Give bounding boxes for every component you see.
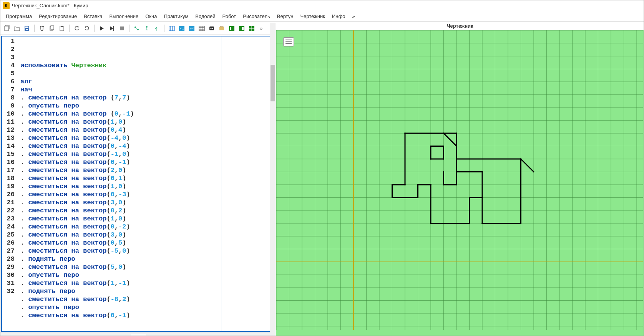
toolbar-separator — [69, 25, 70, 32]
code-line-20[interactable]: . сместиться на вектор(1,0) — [20, 215, 271, 223]
editor[interactable]: 1234567891011121314151617181920212223242… — [1, 36, 275, 332]
code-line-1[interactable]: использовать Чертежник — [20, 61, 271, 70]
svg-point-26 — [211, 28, 212, 29]
open-file-icon[interactable] — [13, 24, 21, 33]
run-icon[interactable] — [98, 24, 106, 33]
code-line-11[interactable]: . сместиться на вектор(0,-4) — [20, 142, 271, 150]
code-line-17[interactable]: . сместиться на вектор(0,-3) — [20, 190, 271, 199]
run-to-end-icon[interactable] — [108, 24, 116, 33]
tool-green3-icon[interactable] — [247, 24, 256, 33]
code-line-2[interactable] — [20, 70, 271, 78]
toolbar-overflow[interactable]: » — [257, 25, 265, 31]
tool-gamepad-icon[interactable] — [207, 24, 216, 33]
code-line-19[interactable]: . сместиться на вектор(0,2) — [20, 207, 271, 215]
svg-rect-7 — [51, 26, 54, 30]
code-line-10[interactable]: . сместиться на вектор(-4,0) — [20, 134, 271, 142]
code-area[interactable]: использовать Чертежникалгнач. сместиться… — [17, 36, 274, 331]
save-file-icon[interactable] — [23, 24, 31, 33]
menu-item-2[interactable]: Вставка — [81, 12, 105, 21]
code-line-24[interactable]: . сместиться на вектор(-5,0) — [20, 247, 271, 255]
redo-icon[interactable] — [83, 24, 91, 33]
window-title: Чертежник_Слоник.kum* - Кумир — [12, 3, 88, 8]
menu-item-4[interactable]: Окна — [142, 12, 160, 21]
tool-water-icon[interactable] — [178, 24, 186, 33]
canvas[interactable] — [276, 30, 644, 336]
menu-item-1[interactable]: Редактирование — [36, 12, 80, 21]
scrollbar-thumb[interactable] — [271, 65, 275, 101]
tool-wave-icon[interactable] — [188, 24, 196, 33]
code-line-5[interactable]: . сместиться на вектор (7,7) — [20, 94, 271, 102]
editor-pane: » 12345678910111213141516171819202122232… — [0, 22, 276, 336]
tool-grid-icon[interactable] — [198, 24, 206, 33]
editor-split-line — [221, 36, 221, 331]
code-line-6[interactable]: . опустить перо — [20, 102, 271, 110]
menu-item-12[interactable]: » — [349, 12, 358, 21]
app-icon: К — [3, 2, 10, 9]
code-line-4[interactable]: нач — [20, 86, 271, 94]
menubar: ПрограммаРедактированиеВставкаВыполнение… — [0, 11, 644, 22]
step-into-icon[interactable] — [143, 24, 151, 33]
code-line-16[interactable]: . сместиться на вектор(1,0) — [20, 182, 271, 190]
svg-rect-18 — [179, 26, 184, 31]
code-line-9[interactable]: . сместиться на вектор(0,4) — [20, 126, 271, 134]
code-line-13[interactable]: . сместиться на вектор(0,-1) — [20, 158, 271, 166]
menu-item-5[interactable]: Практикум — [161, 12, 191, 21]
menu-item-6[interactable]: Водолей — [192, 12, 218, 21]
menu-item-3[interactable]: Выполнение — [106, 12, 141, 21]
code-line-31[interactable]: . опустить перо — [20, 303, 271, 311]
new-file-icon[interactable] — [3, 24, 11, 33]
code-line-32[interactable]: . сместиться на вектор(0,-1) — [20, 311, 271, 319]
code-line-21[interactable]: . сместиться на вектор(0,-2) — [20, 223, 271, 231]
svg-line-109 — [521, 159, 534, 172]
step-out-icon[interactable] — [153, 24, 161, 33]
svg-rect-30 — [230, 27, 231, 30]
canvas-menu-button[interactable] — [283, 37, 294, 46]
step-icon[interactable] — [133, 24, 141, 33]
code-line-30[interactable]: . сместиться на вектор(-8,2) — [20, 295, 271, 303]
editor-scrollbar[interactable] — [270, 23, 276, 335]
app-window: К Чертежник_Слоник.kum* - Кумир Программ… — [0, 0, 644, 336]
copy-icon[interactable] — [48, 24, 56, 33]
menu-item-9[interactable]: Вертун — [274, 12, 297, 21]
code-line-15[interactable]: . сместиться на вектор(0,1) — [20, 174, 271, 182]
code-line-27[interactable]: . опустить перо — [20, 271, 271, 279]
code-line-23[interactable]: . сместиться на вектор(0,5) — [20, 239, 271, 247]
code-line-12[interactable]: . сместиться на вектор(-1,0) — [20, 150, 271, 158]
toolbar-separator — [164, 25, 164, 32]
code-line-3[interactable]: алг — [20, 78, 271, 86]
code-line-14[interactable]: . сместиться на вектор(2,0) — [20, 166, 271, 174]
menu-item-11[interactable]: Инфо — [329, 12, 348, 21]
cut-icon[interactable] — [38, 24, 46, 33]
svg-rect-32 — [242, 27, 244, 30]
drawer-title: Чертежник — [276, 22, 644, 30]
menu-item-8[interactable]: Рисователь — [240, 12, 273, 21]
line-gutter: 1234567891011121314151617181920212223242… — [2, 36, 17, 331]
menu-item-0[interactable]: Программа — [3, 12, 35, 21]
tool-green1-icon[interactable] — [227, 24, 236, 33]
code-line-22[interactable]: . сместиться на вектор(3,0) — [20, 231, 271, 239]
svg-point-4 — [40, 26, 41, 27]
main-area: » 12345678910111213141516171819202122232… — [0, 22, 644, 336]
code-line-25[interactable]: . поднять перо — [20, 255, 271, 263]
tool-paint-icon[interactable] — [217, 24, 226, 33]
bottom-splitter[interactable] — [0, 333, 276, 336]
menu-item-7[interactable]: Робот — [219, 12, 239, 21]
toolbar-separator — [94, 25, 95, 32]
stop-icon[interactable] — [118, 24, 126, 33]
svg-rect-20 — [199, 26, 204, 31]
menu-item-10[interactable]: Чертежник — [297, 12, 328, 21]
grid-svg — [276, 30, 643, 330]
code-line-8[interactable]: . сместиться на вектор(1,0) — [20, 118, 271, 126]
tool-columns-icon[interactable] — [168, 24, 176, 33]
tool-green2-icon[interactable] — [237, 24, 246, 33]
svg-rect-28 — [219, 27, 224, 30]
code-line-26[interactable]: . сместиться на вектор(5,0) — [20, 263, 271, 271]
code-line-7[interactable]: . сместиться на вектор (0,-1) — [20, 110, 271, 118]
code-line-28[interactable]: . сместиться на вектор(1,-1) — [20, 279, 271, 287]
undo-icon[interactable] — [73, 24, 81, 33]
code-line-29[interactable]: . поднять перо — [20, 287, 271, 295]
paste-icon[interactable] — [58, 24, 66, 33]
svg-rect-25 — [209, 26, 214, 30]
code-line-18[interactable]: . сместиться на вектор(3,0) — [20, 199, 271, 207]
svg-rect-0 — [5, 26, 8, 31]
